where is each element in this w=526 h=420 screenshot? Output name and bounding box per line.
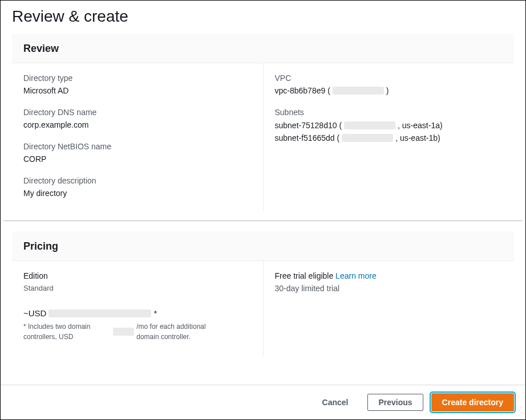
price-suffix: * — [153, 308, 157, 318]
directory-netbios-label: Directory NetBIOS name — [23, 142, 252, 151]
directory-dns-field: Directory DNS name corp.example.com — [23, 108, 252, 131]
pricing-panel: Pricing Edition Standard ~USD * * Includ… — [12, 231, 514, 357]
pricing-heading: Pricing — [23, 240, 503, 252]
trial-title-row: Free trial eligible Learn more — [275, 271, 503, 280]
review-create-page: Review & create Review Directory type Mi… — [0, 0, 526, 420]
vpc-value-suffix: ) — [386, 85, 389, 96]
vpc-field: VPC vpc-8b6b78e9 ( ) — [275, 74, 503, 96]
subnets-label: Subnets — [275, 108, 503, 117]
subnet2-redacted — [342, 134, 393, 142]
footnote-redacted — [113, 328, 134, 336]
footnote-prefix: * Includes two domain controllers, USD — [23, 321, 111, 342]
previous-button[interactable]: Previous — [367, 394, 423, 411]
pricing-body: Edition Standard ~USD * * Includes two d… — [12, 261, 514, 357]
review-panel: Review Directory type Microsoft AD Direc… — [12, 34, 514, 211]
subnet2-prefix: subnet-f51665dd ( — [275, 132, 340, 144]
subnets-field: Subnets subnet-75128d10 ( , us-east-1a) … — [275, 108, 503, 144]
directory-description-field: Directory description My directory — [23, 176, 252, 199]
footnote-suffix: /mo for each additional domain controlle… — [136, 321, 229, 342]
directory-netbios-field: Directory NetBIOS name CORP — [23, 142, 252, 165]
price-line: ~USD * — [23, 308, 252, 318]
subnet1-redacted — [344, 121, 395, 129]
review-right-column: VPC vpc-8b6b78e9 ( ) Subnets subnet-7512… — [264, 63, 515, 211]
review-left-column: Directory type Microsoft AD Directory DN… — [12, 63, 264, 211]
subnet-2: subnet-f51665dd ( , us-east-1b) — [275, 132, 503, 144]
price-redacted — [48, 309, 151, 317]
subnet-1: subnet-75128d10 ( , us-east-1a) — [275, 119, 503, 132]
review-body: Directory type Microsoft AD Directory DN… — [12, 63, 514, 211]
trial-subtitle: 30-day limited trial — [275, 284, 503, 293]
subnets-value: subnet-75128d10 ( , us-east-1a) subnet-f… — [275, 119, 503, 144]
vpc-label: VPC — [275, 74, 503, 83]
directory-type-label: Directory type — [23, 74, 252, 83]
cancel-button[interactable]: Cancel — [311, 394, 360, 410]
directory-dns-label: Directory DNS name — [23, 108, 252, 117]
pricing-panel-header: Pricing — [12, 231, 514, 261]
directory-description-value: My directory — [23, 187, 252, 199]
directory-netbios-value: CORP — [23, 153, 252, 165]
directory-type-value: Microsoft AD — [23, 85, 252, 96]
subnet2-suffix: , us-east-1b) — [395, 132, 440, 144]
price-footnote: * Includes two domain controllers, USD /… — [23, 321, 229, 342]
review-panel-header: Review — [12, 34, 514, 63]
section-divider — [3, 221, 523, 221]
pricing-right-column: Free trial eligible Learn more 30-day li… — [264, 261, 515, 357]
vpc-value-prefix: vpc-8b6b78e9 ( — [275, 85, 330, 96]
review-heading: Review — [23, 43, 503, 55]
pricing-left-column: Edition Standard ~USD * * Includes two d… — [12, 261, 264, 357]
edition-label: Edition — [23, 271, 252, 280]
trial-title: Free trial eligible — [275, 271, 336, 280]
create-directory-button[interactable]: Create directory — [431, 393, 514, 411]
vpc-value: vpc-8b6b78e9 ( ) — [275, 85, 503, 96]
price-prefix: ~USD — [23, 308, 46, 318]
subnet1-prefix: subnet-75128d10 ( — [275, 119, 342, 132]
directory-dns-value: corp.example.com — [23, 119, 252, 131]
footer-actions: Cancel Previous Create directory — [1, 385, 525, 419]
subnet1-suffix: , us-east-1a) — [398, 119, 443, 132]
vpc-redacted — [333, 87, 384, 95]
edition-value: Standard — [23, 284, 252, 292]
directory-description-label: Directory description — [23, 176, 252, 185]
page-title: Review & create — [1, 1, 525, 34]
directory-type-field: Directory type Microsoft AD — [23, 74, 252, 96]
learn-more-link[interactable]: Learn more — [335, 271, 377, 280]
